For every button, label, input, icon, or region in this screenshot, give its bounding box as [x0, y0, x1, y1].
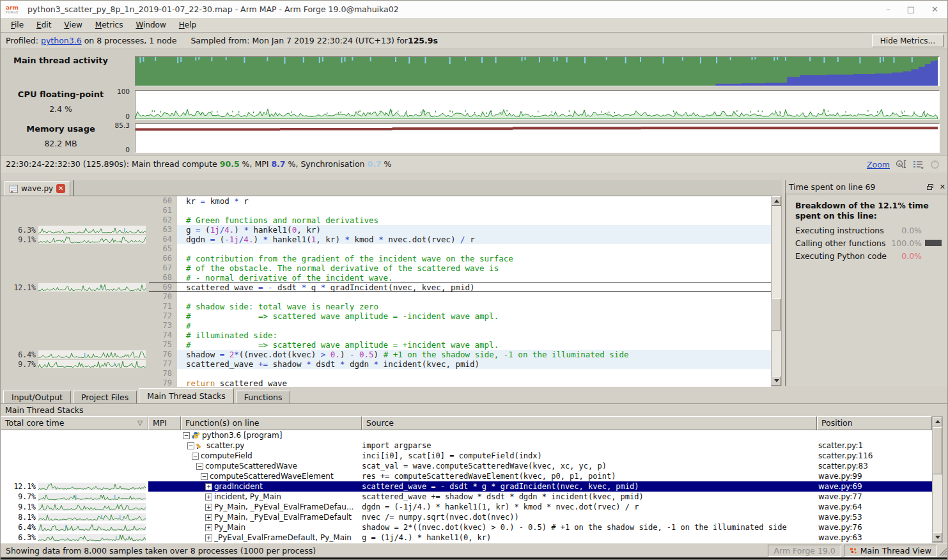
code-line[interactable]: scattered_wave += shadow * dsdt * dgdn *… — [177, 359, 771, 369]
column-mpi[interactable]: MPI — [148, 416, 181, 430]
table-scrollbar-thumb[interactable] — [933, 427, 942, 474]
collapse-icon[interactable]: − — [187, 442, 194, 449]
code-editor[interactable]: 60kr = kmod * r6162# Green functions and… — [1, 196, 771, 387]
stack-row[interactable]: −computeScatteredWaveElementres += compu… — [1, 471, 932, 481]
minimize-button[interactable]: – — [886, 4, 890, 14]
stack-row[interactable]: 9.7%+incident, Py_Mainscattered_wave += … — [1, 492, 932, 502]
menu-window[interactable]: Window — [129, 19, 172, 31]
zoom-link[interactable]: Zoom — [867, 157, 890, 173]
code-line[interactable]: return scattered_wave — [177, 378, 771, 387]
program-link[interactable]: python3.6 — [41, 36, 82, 45]
column-functions[interactable]: Function(s) on line — [181, 416, 362, 430]
function-cell[interactable]: −computeScatteredWave — [181, 461, 362, 471]
editor-line-79[interactable]: 79return scattered_wave — [1, 378, 771, 387]
code-line[interactable]: # Green functions and normal derivatives — [177, 215, 771, 225]
close-panel-icon[interactable]: ✕ — [940, 183, 945, 191]
editor-line-75[interactable]: 75# => scattered wave amplitude = +incid… — [1, 340, 771, 350]
code-line[interactable]: # shadow side: total wave is nearly zero — [177, 302, 771, 311]
code-line[interactable]: # illuminated side: — [177, 331, 771, 340]
close-button[interactable]: ✕ — [931, 4, 938, 14]
code-line[interactable]: scattered_wave = - dsdt * g * gradIncide… — [177, 283, 771, 292]
menu-help[interactable]: Help — [173, 19, 203, 31]
column-total-core-time[interactable]: Total core time▽ — [1, 416, 148, 430]
stack-row[interactable]: −python3.6 [program] — [1, 430, 932, 440]
editor-line-77[interactable]: 9.7%77scattered_wave += shadow * dsdt * … — [1, 359, 771, 369]
expand-icon[interactable]: + — [205, 483, 212, 490]
editor-line-76[interactable]: 6.4%76shadow = 2*((nvec.dot(kvec) > 0.) … — [1, 350, 771, 359]
code-line[interactable] — [177, 244, 771, 254]
code-line[interactable]: shadow = 2*((nvec.dot(kvec) > 0.) - 0.5)… — [177, 350, 771, 359]
editor-line-67[interactable]: 67# of the obstacle. The normal derivati… — [1, 263, 771, 273]
code-line[interactable] — [177, 206, 771, 215]
tab-functions[interactable]: Functions — [236, 391, 291, 403]
function-cell[interactable]: +Py_Main, _PyEval_EvalFrameDefault — [181, 512, 362, 522]
menu-edit[interactable]: Edit — [30, 19, 58, 31]
editor-line-69[interactable]: 12.1%69scattered_wave = - dsdt * g * gra… — [1, 283, 771, 292]
editor-line-71[interactable]: 71# shadow side: total wave is nearly ze… — [1, 302, 771, 311]
column-position[interactable]: Position — [817, 416, 932, 430]
code-line[interactable] — [177, 369, 771, 378]
tab-project-files[interactable]: Project Files — [73, 391, 137, 403]
tab-wave-py[interactable]: wave.py ✕ — [4, 181, 70, 196]
function-cell[interactable]: −computeScatteredWaveElement — [181, 471, 362, 481]
function-cell[interactable]: +Py_Main — [181, 522, 362, 533]
stack-row[interactable]: 6.4%+Py_Mainshadow = 2*((nvec.dot(kvec) … — [1, 522, 932, 533]
collapse-icon[interactable]: − — [201, 473, 208, 480]
function-cell[interactable]: −computeField — [181, 451, 362, 461]
code-line[interactable]: # => scattered wave amplitude = +inciden… — [177, 340, 771, 350]
code-line[interactable]: # of the obstacle. The normal derivative… — [177, 263, 771, 273]
cpu-floating-point-chart[interactable] — [135, 90, 940, 120]
editor-line-64[interactable]: 9.1%64dgdn = (-1j/4.) * hankel1(1, kr) *… — [1, 235, 771, 244]
function-cell[interactable]: +gradIncident — [181, 481, 362, 492]
editor-line-62[interactable]: 62# Green functions and normal derivativ… — [1, 215, 771, 225]
editor-line-70[interactable]: 70 — [1, 292, 771, 302]
expand-icon[interactable]: + — [205, 524, 212, 531]
scroll-down-button[interactable] — [933, 533, 942, 542]
function-cell[interactable]: −scatter.py — [181, 440, 362, 451]
collapse-icon[interactable]: − — [192, 453, 199, 460]
stack-row[interactable]: −computeScatteredWavescat_val = wave.com… — [1, 461, 932, 471]
font-zoom-icon[interactable]: A — [896, 160, 907, 169]
tab-close-icon[interactable]: ✕ — [56, 184, 65, 193]
stack-row[interactable]: 12.1%+gradIncidentscattered_wave = - dsd… — [1, 481, 932, 492]
function-cell[interactable]: −python3.6 [program] — [181, 430, 362, 440]
collapse-icon[interactable]: − — [183, 432, 190, 439]
collapse-icon[interactable]: − — [196, 463, 203, 470]
hide-metrics-button[interactable]: Hide Metrics... — [872, 35, 944, 47]
code-line[interactable]: kr = kmod * r — [177, 196, 771, 206]
code-line[interactable]: # contribution from the gradient of the … — [177, 254, 771, 263]
stack-row[interactable]: −computeFieldinci[i0], scat[i0] = comput… — [1, 451, 932, 461]
editor-line-72[interactable]: 72# => scattered wave amplitude = -incid… — [1, 311, 771, 321]
expand-icon[interactable]: + — [205, 534, 212, 541]
function-cell[interactable]: +incident, Py_Main — [181, 492, 362, 502]
editor-line-60[interactable]: 60kr = kmod * r — [1, 196, 771, 206]
scroll-down-button[interactable] — [772, 376, 781, 385]
stack-row[interactable]: −scatter.pyimport argparsescatter.py:1 — [1, 440, 932, 451]
expand-icon[interactable]: + — [205, 504, 212, 511]
expand-icon[interactable]: + — [205, 494, 212, 501]
maximize-button[interactable]: □ — [907, 4, 915, 14]
editor-line-63[interactable]: 6.3%63g = (1j/4.) * hankel1(0, kr) — [1, 225, 771, 235]
scroll-up-button[interactable] — [772, 196, 781, 206]
stack-row[interactable]: 6.3%+_PyEval_EvalFrameDefault, Py_Maing … — [1, 533, 932, 543]
main-thread-activity-chart[interactable] — [135, 56, 940, 86]
menu-view[interactable]: View — [58, 19, 88, 31]
stack-row[interactable]: 8.1%+Py_Main, _PyEval_EvalFrameDefaultnv… — [1, 512, 932, 522]
editor-line-66[interactable]: 66# contribution from the gradient of th… — [1, 254, 771, 263]
scroll-up-button[interactable] — [933, 417, 942, 426]
editor-line-78[interactable]: 78 — [1, 369, 771, 378]
editor-line-74[interactable]: 74# illuminated side: — [1, 331, 771, 340]
function-cell[interactable]: +Py_Main, _PyEval_EvalFrameDefau... — [181, 502, 362, 512]
expand-icon[interactable]: + — [205, 514, 212, 521]
editor-line-68[interactable]: 68# - normal derivative of the incident … — [1, 273, 771, 283]
editor-scrollbar[interactable] — [771, 196, 782, 386]
code-line[interactable]: # - normal derivative of the incident wa… — [177, 273, 771, 283]
menu-file[interactable]: File — [4, 19, 30, 31]
menu-metrics[interactable]: Metrics — [89, 19, 130, 31]
code-line[interactable]: # => scattered wave amplitude = -inciden… — [177, 311, 771, 321]
code-line[interactable]: # — [177, 321, 771, 331]
code-line[interactable]: dgdn = (-1j/4.) * hankel1(1, kr) * kmod … — [177, 235, 771, 244]
resize-grip[interactable] — [938, 543, 947, 556]
code-line[interactable] — [177, 292, 771, 302]
tab-main-thread-stacks[interactable]: Main Thread Stacks — [139, 388, 234, 403]
